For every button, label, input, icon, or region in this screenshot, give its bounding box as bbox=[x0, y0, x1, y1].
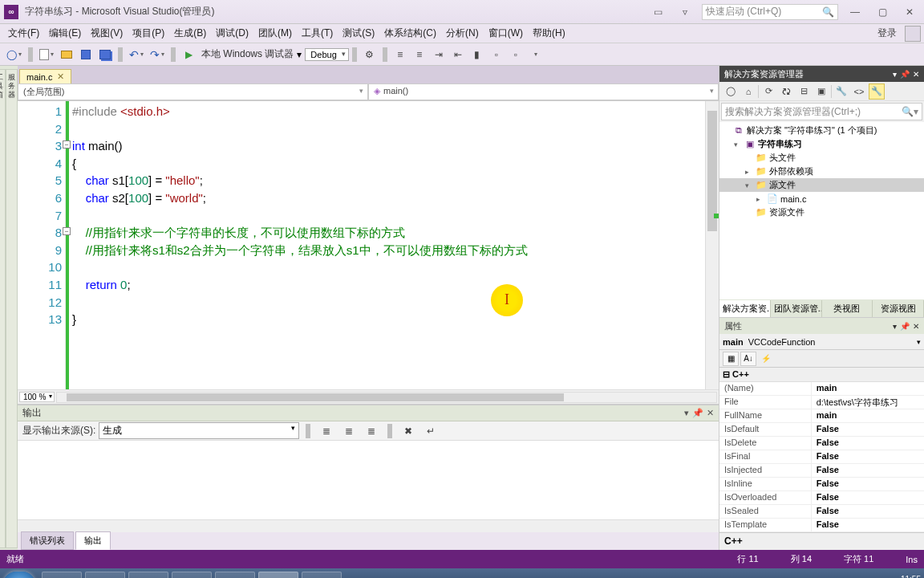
output-source-dropdown[interactable]: 生成 bbox=[99, 422, 299, 439]
doc-tab-main[interactable]: main.c ✕ bbox=[19, 69, 71, 83]
props-categorized-button[interactable]: ▦ bbox=[723, 352, 739, 366]
taskbar-excel[interactable]: 📊 bbox=[172, 572, 212, 578]
nav-back-button[interactable]: ◯▾ bbox=[4, 46, 24, 63]
bottom-tab[interactable]: 输出 bbox=[75, 531, 111, 550]
indent-button[interactable]: ⇥ bbox=[430, 46, 448, 63]
menu-item[interactable]: 测试(S) bbox=[338, 24, 379, 43]
code-line[interactable]: char s1[100] = "hello"; bbox=[72, 172, 705, 189]
bookmark-button[interactable]: ▮ bbox=[468, 46, 486, 63]
avatar-icon[interactable] bbox=[905, 26, 921, 42]
props-row[interactable]: IsSealedFalse bbox=[719, 505, 924, 519]
menu-item[interactable]: 视图(V) bbox=[86, 24, 128, 43]
props-row[interactable]: (Name)main bbox=[719, 382, 924, 396]
sol-sync-button[interactable]: ⟳ bbox=[760, 83, 776, 100]
taskbar-word[interactable]: 📄 bbox=[215, 572, 255, 578]
toolbar-btn-1[interactable]: ⚙ bbox=[361, 46, 379, 63]
solution-tree[interactable]: ⧉解决方案 "字符串练习" (1 个项目)▾▣字符串练习📁头文件▸📁外部依赖项▾… bbox=[719, 122, 924, 299]
config-dropdown[interactable]: Debug bbox=[305, 48, 348, 61]
taskbar-ie[interactable]: 🌐 bbox=[85, 572, 125, 578]
horizontal-scrollbar[interactable] bbox=[56, 392, 717, 403]
props-row[interactable]: IsDefaultFalse bbox=[719, 423, 924, 437]
comment-button[interactable]: ≡ bbox=[391, 46, 409, 63]
rail-tab-toolbox[interactable]: 工具箱 bbox=[0, 69, 6, 548]
tray-clock[interactable]: 11:55 2015/1/29 bbox=[886, 575, 922, 578]
props-events-button[interactable]: ⚡ bbox=[758, 352, 774, 366]
debug-target-label[interactable]: 本地 Windows 调试器 bbox=[198, 47, 297, 61]
start-button[interactable]: ⊞ bbox=[3, 572, 35, 578]
undo-button[interactable]: ↶▾ bbox=[127, 46, 146, 63]
close-button[interactable]: ✕ bbox=[899, 4, 920, 20]
code-line[interactable]: { bbox=[72, 155, 705, 173]
output-pin-icon[interactable]: 📌 bbox=[692, 408, 703, 418]
code-line[interactable]: char s2[100] = "world"; bbox=[72, 189, 705, 207]
code-line[interactable]: //用指针来求一个字符串的长度，不可以使用数组下标的方式− bbox=[72, 224, 705, 242]
login-link[interactable]: 登录 bbox=[873, 26, 902, 40]
notification-icon[interactable]: ▭ bbox=[647, 4, 668, 20]
zoom-dropdown[interactable]: 100 % bbox=[19, 392, 55, 402]
sol-properties-button[interactable]: 🔧 bbox=[833, 83, 849, 100]
menu-item[interactable]: 文件(F) bbox=[3, 24, 44, 43]
feedback-icon[interactable]: ▿ bbox=[675, 4, 695, 20]
menu-item[interactable]: 体系结构(C) bbox=[379, 24, 441, 43]
menu-item[interactable]: 帮助(H) bbox=[528, 24, 570, 43]
menu-item[interactable]: 编辑(E) bbox=[44, 24, 86, 43]
sol-back-button[interactable]: ◯ bbox=[723, 83, 739, 100]
close-tab-icon[interactable]: ✕ bbox=[57, 71, 64, 82]
sol-preview-button[interactable]: <> bbox=[851, 83, 867, 100]
menu-item[interactable]: 项目(P) bbox=[128, 24, 169, 43]
code-line[interactable] bbox=[72, 258, 705, 276]
code-line[interactable] bbox=[72, 207, 705, 225]
code-line[interactable]: #include <stdio.h> bbox=[72, 103, 705, 120]
output-body[interactable] bbox=[18, 441, 719, 519]
outdent-button[interactable]: ⇤ bbox=[449, 46, 467, 63]
tree-row[interactable]: 📁头文件 bbox=[719, 151, 924, 165]
tree-row[interactable]: ▸📁外部依赖项 bbox=[719, 165, 924, 178]
props-row[interactable]: IsInjectedFalse bbox=[719, 464, 924, 478]
sol-bottom-tab[interactable]: 解决方案资... bbox=[719, 300, 771, 317]
tree-row[interactable]: ▸📄main.c bbox=[719, 192, 924, 206]
sol-wrench-button[interactable]: 🔧 bbox=[869, 83, 885, 100]
save-all-button[interactable] bbox=[96, 46, 114, 63]
solution-search-input[interactable]: 搜索解决方案资源管理器(Ctrl+;) 🔍▾ bbox=[721, 103, 922, 120]
scope-dropdown[interactable]: (全局范围) bbox=[18, 83, 368, 100]
output-btn-3[interactable]: ≣ bbox=[363, 422, 380, 440]
menu-item[interactable]: 调试(D) bbox=[211, 24, 253, 43]
maximize-button[interactable]: ▢ bbox=[872, 4, 893, 20]
uncomment-button[interactable]: ≡ bbox=[411, 46, 428, 63]
props-row[interactable]: IsDeleteFalse bbox=[719, 437, 924, 450]
panel-pin-icon[interactable]: 📌 bbox=[900, 70, 910, 79]
output-close-icon[interactable]: ✕ bbox=[707, 408, 714, 418]
fold-icon[interactable]: − bbox=[63, 140, 71, 149]
sol-bottom-tab[interactable]: 类视图 bbox=[822, 300, 873, 317]
menu-item[interactable]: 工具(T) bbox=[297, 24, 338, 43]
props-alpha-button[interactable]: A↓ bbox=[740, 352, 756, 366]
output-btn-1[interactable]: ≣ bbox=[318, 422, 335, 440]
sol-showall-button[interactable]: ▣ bbox=[813, 83, 829, 100]
props-row[interactable]: IsTemplateFalse bbox=[719, 519, 924, 532]
props-row[interactable]: IsInlineFalse bbox=[719, 478, 924, 491]
toolbar-btn-a[interactable]: ▫ bbox=[488, 46, 505, 63]
save-button[interactable] bbox=[77, 46, 95, 63]
taskbar-outlook[interactable]: 📧 bbox=[128, 572, 168, 578]
props-category[interactable]: ⊟ C++ bbox=[719, 368, 924, 382]
output-dropdown-icon[interactable]: ▾ bbox=[684, 408, 689, 418]
code-line[interactable]: //用指针来将s1和s2合并为一个字符串，结果放入s1中，不可以使用数组下标的方… bbox=[72, 242, 705, 259]
taskbar-vs[interactable]: ∞ bbox=[258, 572, 298, 578]
redo-button[interactable]: ↷▾ bbox=[148, 46, 167, 63]
props-dropdown-icon[interactable]: ▾ bbox=[893, 322, 897, 331]
open-file-button[interactable] bbox=[58, 46, 75, 63]
toolbar-overflow[interactable]: ▾ bbox=[526, 46, 544, 63]
sol-bottom-tab[interactable]: 团队资源管... bbox=[771, 300, 822, 317]
output-clear-button[interactable]: ✖ bbox=[399, 422, 417, 440]
vertical-scrollbar[interactable] bbox=[705, 101, 719, 389]
props-row[interactable]: IsFinalFalse bbox=[719, 450, 924, 464]
minimize-button[interactable]: — bbox=[845, 4, 865, 20]
props-pin-icon[interactable]: 📌 bbox=[900, 322, 910, 331]
props-row[interactable]: IsOverloadedFalse bbox=[719, 491, 924, 505]
output-btn-2[interactable]: ≣ bbox=[340, 422, 358, 440]
tree-row[interactable]: ▾▣字符串练习 bbox=[719, 137, 924, 151]
code-line[interactable]: return 0; bbox=[72, 276, 705, 294]
taskbar-explorer[interactable]: 📁 bbox=[42, 572, 82, 578]
output-hscroll[interactable] bbox=[18, 519, 719, 532]
sol-refresh-button[interactable]: 🗘 bbox=[778, 83, 794, 100]
